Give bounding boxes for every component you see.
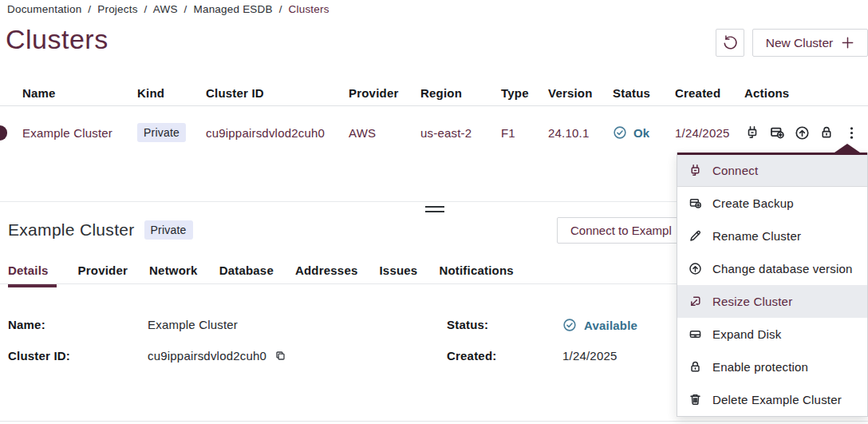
cell-created: 1/24/2025: [675, 126, 744, 140]
status-field-label: Status:: [447, 318, 488, 331]
created-field-label: Created:: [447, 349, 496, 363]
cluster-id-field-label: Cluster ID:: [8, 349, 70, 363]
lock-icon: [688, 360, 702, 374]
check-circle-icon: [613, 125, 627, 140]
page-bottom-border: [0, 421, 868, 422]
lock-action-button[interactable]: [819, 125, 834, 141]
resize-icon: [688, 295, 702, 308]
breadcrumb-item-documentation[interactable]: Documentation: [7, 3, 81, 15]
cell-provider: AWS: [349, 126, 420, 140]
menu-item-change-database-version[interactable]: Change database version: [677, 252, 867, 285]
cell-type: F1: [501, 126, 548, 140]
cluster-id-field-value: cu9ippairsdvlod2cuh0: [148, 349, 286, 363]
menu-item-label: Resize Cluster: [712, 295, 792, 308]
clusters-page: Documentation / Projects / AWS / Managed…: [0, 0, 868, 424]
menu-item-create-backup[interactable]: Create Backup: [677, 187, 867, 220]
menu-item-label: Enable protection: [712, 360, 808, 374]
menu-item-expand-disk[interactable]: Expand Disk: [677, 318, 867, 351]
plug-icon: [688, 164, 702, 177]
breadcrumb: Documentation / Projects / AWS / Managed…: [7, 3, 333, 15]
cell-actions: [744, 125, 868, 141]
refresh-icon: [722, 34, 739, 51]
cell-region: us-east-2: [420, 126, 501, 140]
column-header-provider: Provider: [349, 86, 420, 100]
cluster-id-text: cu9ippairsdvlod2cuh0: [148, 349, 266, 363]
menu-item-label: Delete Example Cluster: [712, 393, 842, 406]
name-field-value: Example Cluster: [148, 318, 238, 331]
status-field-value: Available: [562, 318, 637, 332]
column-header-kind: Kind: [137, 86, 206, 100]
table-header: Name Kind Cluster ID Provider Region Typ…: [0, 80, 868, 106]
breadcrumb-item-clusters[interactable]: Clusters: [289, 3, 329, 15]
cell-name[interactable]: Example Cluster: [22, 126, 137, 140]
arrow-up-circle-icon: [688, 262, 702, 275]
backup-box-plus-icon: [688, 196, 702, 210]
cell-version: 24.10.1: [548, 126, 613, 140]
menu-item-label: Rename Cluster: [712, 229, 801, 243]
kebab-menu-button[interactable]: [843, 125, 859, 141]
column-header-type: Type: [501, 86, 548, 100]
breadcrumb-separator: /: [184, 3, 187, 15]
breadcrumb-item-managed-esdb[interactable]: Managed ESDB: [193, 3, 272, 15]
table-row[interactable]: Example Cluster Private cu9ippairsdvlod2…: [0, 109, 868, 157]
column-header-actions: Actions: [744, 86, 868, 100]
breadcrumb-separator: /: [88, 3, 91, 15]
status-text: Ok: [633, 126, 649, 140]
column-header-version: Version: [548, 86, 613, 100]
cell-cluster-id: cu9ippairsdvlod2cuh0: [206, 126, 349, 140]
column-header-cluster-id: Cluster ID: [206, 86, 349, 100]
connect-cluster-label: Connect to Exampl: [570, 224, 672, 237]
upgrade-action-button[interactable]: [794, 125, 810, 141]
cell-status: Ok: [613, 125, 675, 140]
cell-kind: Private: [137, 123, 206, 142]
breadcrumb-item-projects[interactable]: Projects: [97, 3, 137, 15]
check-circle-icon: [562, 318, 577, 332]
page-title: Clusters: [6, 24, 108, 55]
connect-action-button[interactable]: [744, 125, 760, 141]
menu-item-delete-cluster[interactable]: Delete Example Cluster: [677, 383, 867, 416]
create-backup-action-button[interactable]: [769, 125, 785, 141]
refresh-button[interactable]: [716, 29, 744, 57]
new-cluster-label: New Cluster: [766, 36, 833, 50]
row-actions-context-menu: Connect Create Backup Rename Cluster Cha…: [677, 153, 868, 417]
cluster-marker-icon: [0, 125, 7, 141]
private-badge: Private: [144, 220, 193, 240]
trash-icon: [688, 393, 702, 406]
plus-icon: [841, 36, 854, 50]
name-field-label: Name:: [8, 318, 45, 331]
column-header-status: Status: [613, 86, 675, 100]
menu-item-rename-cluster[interactable]: Rename Cluster: [677, 220, 867, 252]
menu-item-label: Change database version: [712, 262, 853, 275]
status-available-text: Available: [584, 319, 637, 332]
breadcrumb-separator: /: [144, 3, 148, 15]
breadcrumb-separator: /: [279, 3, 282, 15]
menu-item-resize-cluster[interactable]: Resize Cluster: [677, 285, 867, 318]
column-header-created: Created: [675, 86, 744, 100]
column-header-name: Name: [22, 86, 137, 100]
column-header-region: Region: [420, 86, 501, 100]
pencil-icon: [688, 229, 702, 243]
menu-item-label: Create Backup: [712, 196, 794, 210]
panel-drag-handle[interactable]: [425, 206, 444, 214]
panel-title: Example Cluster: [8, 220, 135, 240]
disk-drive-icon: [688, 327, 702, 341]
new-cluster-button[interactable]: New Cluster: [752, 29, 868, 57]
menu-item-enable-protection[interactable]: Enable protection: [677, 351, 867, 383]
copy-icon[interactable]: [274, 350, 286, 362]
popover-arrow: [834, 144, 860, 153]
menu-item-label: Connect: [712, 164, 758, 177]
created-field-value: 1/24/2025: [562, 349, 617, 363]
kind-badge: Private: [137, 123, 186, 142]
menu-item-label: Expand Disk: [712, 327, 781, 341]
menu-item-connect[interactable]: Connect: [677, 155, 867, 187]
breadcrumb-item-aws[interactable]: AWS: [153, 3, 178, 15]
